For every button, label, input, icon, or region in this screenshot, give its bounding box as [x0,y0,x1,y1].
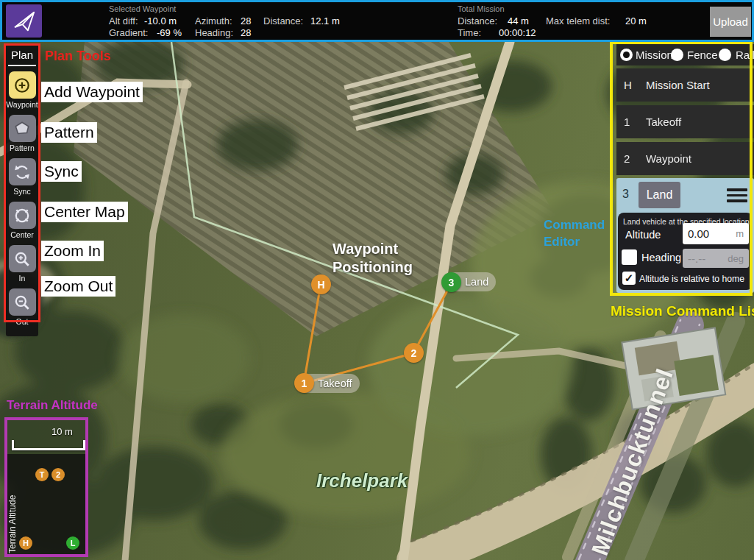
heading-input[interactable]: --.-- deg [683,249,749,268]
radio-label-rally[interactable]: Rally [736,49,754,61]
radio-label-mission[interactable]: Mission [636,49,673,61]
terrain-marker-t: T [35,468,49,481]
heading-label: Heading: [195,27,233,38]
tool-label-zoom-out: Out [6,317,38,326]
annotation-mission-command-list: Mission Command List [611,303,754,319]
waypoint-marker-3[interactable]: 3 [441,272,461,292]
altitude-relative-label: Altitude is relative to home [639,274,744,284]
map-scale-label: 10 m [51,426,73,437]
gradient-value: -69 % [157,27,182,38]
annotation-add-waypoint: Add Waypoint [41,82,143,102]
waypoint-marker-home[interactable]: H [311,274,331,294]
mission-item-home[interactable]: H Mission Start [616,68,754,102]
sw-distance-value: 12.1 m [310,15,340,26]
upload-button[interactable]: Upload [710,7,751,37]
waypoint-marker-1[interactable]: 1 [294,373,314,393]
annotation-center-map: Center Map [41,202,128,222]
waypoint-marker-2[interactable]: 2 [404,343,424,363]
max-telem-value: 20 m [625,15,647,26]
zoom-out-icon [13,294,31,311]
heading-field-label: Heading [641,252,681,263]
annotation-zoom-in: Zoom In [41,241,104,261]
plan-toolbar: Plan Waypoint Pattern Sync Center [6,44,38,336]
altitude-unit: m [736,228,744,239]
mission-item-index: 2 [624,152,640,165]
pattern-button[interactable] [9,115,36,142]
mission-item-takeoff[interactable]: 1 Takeoff [616,105,754,138]
hamburger-menu-icon[interactable] [727,188,747,205]
tm-distance-label: Distance: [458,15,497,26]
sync-icon [13,163,31,181]
alt-diff-value: -10.0 m [144,15,177,26]
annotation-plan-tools: Plan Tools [45,49,111,64]
tool-label-sync: Sync [6,187,38,196]
command-type-dropdown[interactable]: Land [639,182,680,208]
radio-mission[interactable] [620,49,633,61]
tm-time-value: 00:00:12 [499,27,536,38]
tool-label-pattern: Pattern [6,143,38,152]
paper-plane-icon [10,8,39,35]
terrain-axis-label: Terrain Altitude [7,456,18,553]
altitude-label: Altitude [625,229,661,241]
annotation-sync: Sync [41,161,82,182]
center-crosshair-icon [13,207,31,224]
terrain-marker-2: 2 [51,468,65,481]
mission-type-tabs: Mission Fence Rally [616,44,754,65]
mission-item-land-selected[interactable]: 3 Land Land vehicle at the specified loc… [616,178,754,293]
radio-label-fence[interactable]: Fence [687,49,718,61]
mission-item-waypoint[interactable]: 2 Waypoint [616,142,754,175]
sw-distance-label: Distance: [263,15,303,26]
mission-item-index: 3 [622,188,629,201]
heading-value: 28 [241,27,251,38]
mission-item-index: H [624,79,640,91]
tool-label-waypoint: Waypoint [6,100,38,109]
total-mission-title: Total Mission [458,4,505,13]
radio-rally[interactable] [719,49,731,61]
plan-title: Plan [8,46,36,66]
command-editor-panel: Land vehicle at the specified location. … [618,213,753,290]
annotation-terrain-altitude: Terrain Altitude [7,398,98,413]
map-scale-bar [12,440,85,450]
app-logo-button[interactable] [6,4,42,38]
gradient-label: Gradient: [109,27,148,38]
mission-item-label: Takeoff [646,116,681,128]
alt-diff-label: Alt diff: [109,15,138,26]
zoom-in-icon [13,250,31,268]
annotation-zoom-out: Zoom Out [41,276,115,297]
altitude-input[interactable]: 0.00 m [683,223,749,244]
terrain-marker-l: L [66,536,79,550]
pattern-icon [13,120,31,138]
max-telem-label: Max telem dist: [546,15,610,26]
annotation-waypoint-positioning: Waypoint Positioning [332,240,413,277]
selected-waypoint-title: Selected Waypoint [109,4,176,13]
center-map-button[interactable] [9,202,36,229]
zoom-out-button[interactable] [9,288,36,316]
altitude-relative-checkbox[interactable] [622,272,636,285]
heading-unit: deg [728,253,744,264]
mission-item-index: 1 [624,116,640,128]
add-waypoint-icon [13,77,31,94]
heading-checkbox[interactable] [622,249,637,265]
azimuth-value: 28 [241,15,251,26]
annotation-command-editor: Command Editor [544,216,605,250]
sync-button[interactable] [9,158,36,185]
add-waypoint-button[interactable] [9,71,36,99]
annotation-pattern: Pattern [41,122,97,143]
zoom-in-button[interactable] [9,245,36,272]
terrain-marker-h: H [19,536,32,550]
tool-label-zoom-in: In [6,274,38,283]
tool-label-center: Center [6,230,38,239]
azimuth-label: Azimuth: [195,15,232,26]
radio-fence[interactable] [671,49,683,61]
plan-view-screen: { "toolbar": { "selected_waypoint": { "t… [0,0,754,560]
tm-time-label: Time: [458,27,481,38]
mission-item-label: Mission Start [646,79,710,91]
tm-distance-value: 44 m [508,15,529,26]
mission-item-label: Waypoint [646,152,691,165]
